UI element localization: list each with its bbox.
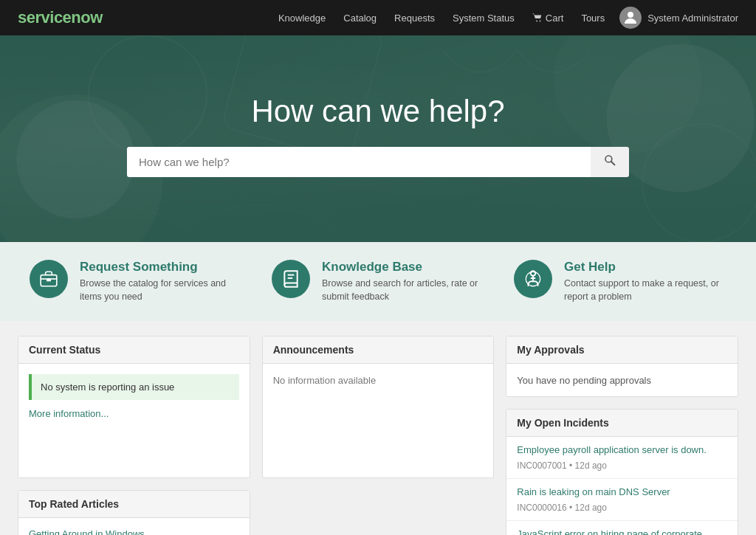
incident-link-0[interactable]: Employee payroll application server is d… xyxy=(517,444,727,457)
announcements-card: Announcements No information available xyxy=(262,336,495,478)
nav-tours[interactable]: Tours xyxy=(581,13,605,24)
svg-point-5 xyxy=(642,124,756,242)
incidents-list: Employee payroll application server is d… xyxy=(506,437,738,535)
incident-item[interactable]: Employee payroll application server is d… xyxy=(506,437,738,479)
feature-knowledge-text: Knowledge Base Browse and search for art… xyxy=(322,260,484,303)
approvals-message: You have no pending approvals xyxy=(517,375,651,386)
feature-request-title: Request Something xyxy=(80,260,242,275)
book-icon xyxy=(281,269,300,289)
nav-cart[interactable]: Cart xyxy=(532,13,564,24)
article-link-0[interactable]: Getting Around in Windows xyxy=(29,528,239,535)
help-icon-circle xyxy=(514,260,552,298)
announcements-body: No information available xyxy=(263,364,494,396)
hero-background xyxy=(0,35,756,242)
feature-knowledge[interactable]: Knowledge Base Browse and search for art… xyxy=(272,260,484,303)
svg-point-2 xyxy=(89,35,207,153)
feature-request-text: Request Something Browse the catalog for… xyxy=(80,260,242,303)
svg-rect-12 xyxy=(47,278,50,281)
right-column: My Approvals You have no pending approva… xyxy=(506,336,738,535)
feature-knowledge-title: Knowledge Base xyxy=(322,260,484,275)
feature-request-desc: Browse the catalog for services and item… xyxy=(80,277,242,303)
avatar xyxy=(619,7,642,29)
top-articles-card: Top Rated Articles Getting Around in Win… xyxy=(18,490,250,535)
hero-section: How can we help? xyxy=(0,35,756,242)
announcements-header: Announcements xyxy=(263,336,494,364)
search-button[interactable] xyxy=(591,147,629,177)
approvals-header: My Approvals xyxy=(506,336,738,364)
current-status-body: No system is reporting an issue More inf… xyxy=(18,364,250,429)
user-avatar-icon xyxy=(622,9,639,27)
request-icon xyxy=(30,260,68,298)
top-articles-header: Top Rated Articles xyxy=(18,491,250,518)
svg-point-0 xyxy=(628,12,633,18)
search-icon xyxy=(604,154,616,166)
incident-meta-1: INC0000016 • 12d ago xyxy=(517,503,607,513)
incident-meta-0: INC0007001 • 12d ago xyxy=(517,460,607,471)
hero-search-bar xyxy=(127,147,629,177)
feature-knowledge-desc: Browse and search for articles, rate or … xyxy=(322,277,484,303)
nav-links: Knowledge Catalog Requests System Status… xyxy=(278,12,605,24)
navbar: servicenow Knowledge Catalog Requests Sy… xyxy=(0,0,756,35)
logo[interactable]: servicenow xyxy=(18,8,103,27)
status-message: No system is reporting an issue xyxy=(41,382,174,393)
cart-icon xyxy=(532,13,543,23)
feature-help[interactable]: Get Help Contact support to make a reque… xyxy=(514,260,726,303)
approvals-card: My Approvals You have no pending approva… xyxy=(506,336,738,397)
search-input[interactable] xyxy=(127,147,591,177)
announcements-message: No information available xyxy=(273,375,376,386)
nav-knowledge[interactable]: Knowledge xyxy=(278,13,326,24)
nav-catalog[interactable]: Catalog xyxy=(343,13,377,24)
top-articles-body: Getting Around in Windows ★★★★★ xyxy=(18,518,250,535)
feature-help-text: Get Help Contact support to make a reque… xyxy=(564,260,726,303)
feature-help-desc: Contact support to make a request, or re… xyxy=(564,277,726,303)
incident-link-1[interactable]: Rain is leaking on main DNS Server xyxy=(517,486,727,499)
incidents-header: My Open Incidents xyxy=(506,410,738,437)
approvals-body: You have no pending approvals xyxy=(506,364,738,396)
incident-item[interactable]: Rain is leaking on main DNS Server INC00… xyxy=(506,479,738,521)
briefcase-icon xyxy=(39,269,58,289)
empty-cell xyxy=(262,490,495,535)
feature-request[interactable]: Request Something Browse the catalog for… xyxy=(30,260,242,303)
main-content: Current Status No system is reporting an… xyxy=(0,321,756,535)
incidents-card: My Open Incidents Employee payroll appli… xyxy=(506,409,738,535)
person-icon xyxy=(523,269,543,289)
incident-link-2[interactable]: JavaScript error on hiring page of corpo… xyxy=(517,528,727,535)
svg-point-4 xyxy=(554,35,701,153)
current-status-card: Current Status No system is reporting an… xyxy=(18,336,250,478)
more-info-link[interactable]: More information... xyxy=(29,408,109,419)
nav-requests[interactable]: Requests xyxy=(394,13,435,24)
current-status-header: Current Status xyxy=(18,336,250,364)
status-bar: No system is reporting an issue xyxy=(29,374,239,400)
svg-line-7 xyxy=(611,162,614,165)
feature-help-title: Get Help xyxy=(564,260,726,275)
nav-system-status[interactable]: System Status xyxy=(453,13,515,24)
features-strip: Request Something Browse the catalog for… xyxy=(0,242,756,321)
incident-item[interactable]: JavaScript error on hiring page of corpo… xyxy=(506,521,738,535)
nav-user[interactable]: System Administrator xyxy=(619,7,738,29)
knowledge-icon-circle xyxy=(272,260,310,298)
hero-title: How can we help? xyxy=(251,94,504,129)
